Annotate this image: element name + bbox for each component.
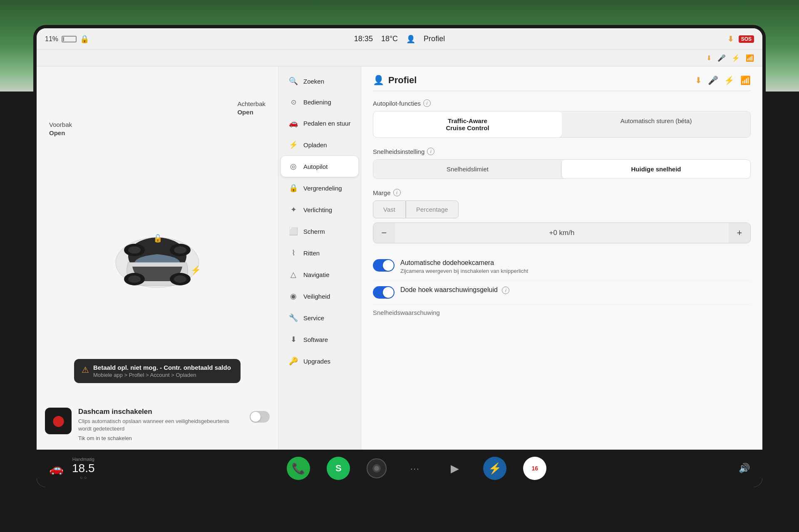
sidebar-item-upgrades[interactable]: 🔑 Upgrades xyxy=(281,351,358,371)
trips-icon: ⌇ xyxy=(288,248,298,257)
profile-title-icon: 👤 xyxy=(373,75,384,86)
sidebar-item-vergrendeling[interactable]: 🔒 Vergrendeling xyxy=(281,178,358,198)
dodehoekcamera-toggle[interactable] xyxy=(373,259,395,272)
autopilot-option-1[interactable]: Automatisch sturen (béta) xyxy=(562,111,750,137)
search-icon: 🔍 xyxy=(288,77,298,86)
dashcam-title: Dashcam inschakelen xyxy=(78,408,243,416)
sidebar-item-label-service: Service xyxy=(303,314,324,322)
screen-content: 11% 🔒 18:35 18°C 👤 Profiel ⬇ SOS ⬇ 🎤 ⚡ xyxy=(37,28,762,487)
charge-icon: ⚡ xyxy=(288,140,298,149)
dashcam-icon: ⬤ xyxy=(45,408,72,434)
dodehoek-geluid-title: Dode hoek waarschuwingsgeluid i xyxy=(400,286,751,294)
dodehoek-geluid-knob xyxy=(383,287,394,298)
battery-fill xyxy=(63,37,64,41)
dodehoekcamera-desc: Zijcamera weergeven bij inschakelen van … xyxy=(400,268,751,274)
status-bar: 11% 🔒 18:35 18°C 👤 Profiel ⬇ SOS xyxy=(37,28,762,50)
dodehoek-geluid-content: Dode hoek waarschuwingsgeluid i xyxy=(400,286,751,295)
dodehoekcamera-row: Automatische dodehoekcamera Zijcamera we… xyxy=(373,253,751,280)
panel-title-text: Profiel xyxy=(388,75,417,86)
taskbar-temperature: Handmatig 18.5 ○ ○ xyxy=(72,457,95,480)
sidebar-item-label-pedalen: Pedalen en stuur xyxy=(303,120,350,127)
main-area: Voorbak Open Achterbak Open xyxy=(37,67,762,450)
dodehoek-info-icon[interactable]: i xyxy=(502,287,509,294)
signal-btn[interactable]: 📶 xyxy=(740,75,751,85)
svg-point-7 xyxy=(174,275,186,283)
sidebar-item-label-zoeken: Zoeken xyxy=(303,78,324,85)
sidebar-item-autopilot[interactable]: ◎ Autopilot xyxy=(281,156,358,177)
sidebar-item-label-scherm: Scherm xyxy=(303,228,325,235)
autopilot-option-0[interactable]: Traffic-AwareCruise Control xyxy=(373,111,562,137)
more-btn[interactable]: ··· xyxy=(403,457,427,480)
bluetooth-btn[interactable]: ⚡ xyxy=(724,75,734,85)
sidebar-item-veiligheid[interactable]: ◉ Veiligheid xyxy=(281,286,358,307)
status-right: ⬇ SOS xyxy=(727,35,754,44)
marge-section: Marge i Vast Percentage − +0 km/h + xyxy=(373,189,751,243)
dodehoekcamera-title: Automatische dodehoekcamera xyxy=(400,259,751,267)
download-icon-orange: ⬇ xyxy=(727,35,734,44)
warning-subtitle: Mobiele app > Profiel > Account > Oplade… xyxy=(93,372,231,378)
warning-title: Betaald opl. niet mog. - Contr. onbetaal… xyxy=(93,364,231,371)
dashcam-toggle[interactable] xyxy=(250,411,270,423)
dashcam-description: Clips automatisch opslaan wanneer een ve… xyxy=(78,418,243,433)
autopilot-info-icon[interactable]: i xyxy=(423,99,431,107)
snelheid-info-icon[interactable]: i xyxy=(427,148,434,155)
dodehoek-geluid-toggle[interactable] xyxy=(373,286,395,299)
speed-decrease-btn[interactable]: − xyxy=(373,223,395,243)
sidebar-item-scherm[interactable]: ⬜ Scherm xyxy=(281,221,358,242)
status-center: 18:35 18°C 👤 Profiel xyxy=(354,35,445,44)
spotify-btn[interactable]: S xyxy=(327,457,350,480)
marge-label: Marge i xyxy=(373,189,751,196)
dashcam-text: Dashcam inschakelen Clips automatisch op… xyxy=(78,408,243,441)
autopilot-icon: ◎ xyxy=(288,162,298,171)
marge-vast-btn[interactable]: Vast xyxy=(373,200,406,218)
calendar-btn[interactable]: 16 xyxy=(523,457,546,480)
volume-icon[interactable]: 🔊 xyxy=(739,463,750,474)
svg-point-9 xyxy=(174,246,186,254)
battery-percentage: 11% xyxy=(45,35,58,43)
software-icon: ⬇ xyxy=(288,335,298,344)
sidebar-item-navigatie[interactable]: △ Navigatie xyxy=(281,264,358,285)
taskbar: 🚗 Handmatig 18.5 ○ ○ 📞 S ··· ▶ xyxy=(37,450,762,487)
marge-info-icon[interactable]: i xyxy=(393,189,401,196)
warning-notification[interactable]: ⚠ Betaald opl. niet mog. - Contr. onbeta… xyxy=(74,359,241,383)
download-btn[interactable]: ⬇ xyxy=(695,75,702,85)
speed-control: − +0 km/h + xyxy=(373,223,751,243)
sidebar-item-zoeken[interactable]: 🔍 Zoeken xyxy=(281,71,358,92)
screen-icon: ⬜ xyxy=(288,227,298,236)
marge-percentage-btn[interactable]: Percentage xyxy=(406,200,459,218)
screen-bezel: 11% 🔒 18:35 18°C 👤 Profiel ⬇ SOS ⬇ 🎤 ⚡ xyxy=(33,25,766,490)
snelheid-option-0[interactable]: Snelheidslimiet xyxy=(373,160,562,178)
sidebar-item-service[interactable]: 🔧 Service xyxy=(281,307,358,328)
sidebar-item-pedalen[interactable]: 🚗 Pedalen en stuur xyxy=(281,113,358,134)
media-btn[interactable]: ▶ xyxy=(443,457,466,480)
car-lock-icon: 🔓 xyxy=(153,234,163,243)
sidebar-item-verlichting[interactable]: ✦ Verlichting xyxy=(281,199,358,220)
sidebar-item-ritten[interactable]: ⌇ Ritten xyxy=(281,242,358,263)
taskbar-center: 📞 S ··· ▶ ⚡ 16 xyxy=(95,457,739,480)
voice-btn[interactable] xyxy=(367,458,387,478)
mic-btn[interactable]: 🎤 xyxy=(708,75,718,85)
taskbar-car-icon[interactable]: 🚗 xyxy=(49,462,64,475)
sidebar-item-label-software: Software xyxy=(303,336,328,343)
sidebar-item-software[interactable]: ⬇ Software xyxy=(281,329,358,350)
phone-btn[interactable]: 📞 xyxy=(287,457,310,480)
signal-icon: 📶 xyxy=(746,54,754,62)
lock-status-icon: 🔒 xyxy=(80,35,89,44)
sidebar-item-label-opladen: Opladen xyxy=(303,141,327,148)
sidebar-item-label-vergrendeling: Vergrendeling xyxy=(303,185,342,192)
autopilot-functies-section: Autopilot-functies i Traffic-AwareCruise… xyxy=(373,99,751,138)
sidebar-item-label-veiligheid: Veiligheid xyxy=(303,293,330,300)
icon-bar: ⬇ 🎤 ⚡ 📶 xyxy=(37,50,762,67)
sidebar-item-bediening[interactable]: ⊙ Bediening xyxy=(281,92,358,112)
sidebar-item-label-autopilot: Autopilot xyxy=(303,163,328,170)
camera-icon: ⬤ xyxy=(52,414,65,427)
bluetooth-taskbar-btn[interactable]: ⚡ xyxy=(483,457,506,480)
snelheid-option-1[interactable]: Huidige snelheid xyxy=(562,160,750,178)
speed-value: +0 km/h xyxy=(395,229,729,237)
car-top-view: ⚡ 🔓 xyxy=(95,208,220,308)
speed-increase-btn[interactable]: + xyxy=(729,223,750,243)
current-time: 18:35 xyxy=(354,35,373,43)
sidebar-item-opladen[interactable]: ⚡ Opladen xyxy=(281,134,358,155)
sidebar-item-label-bediening: Bediening xyxy=(303,99,331,106)
car-display-area: Voorbak Open Achterbak Open xyxy=(37,67,278,450)
